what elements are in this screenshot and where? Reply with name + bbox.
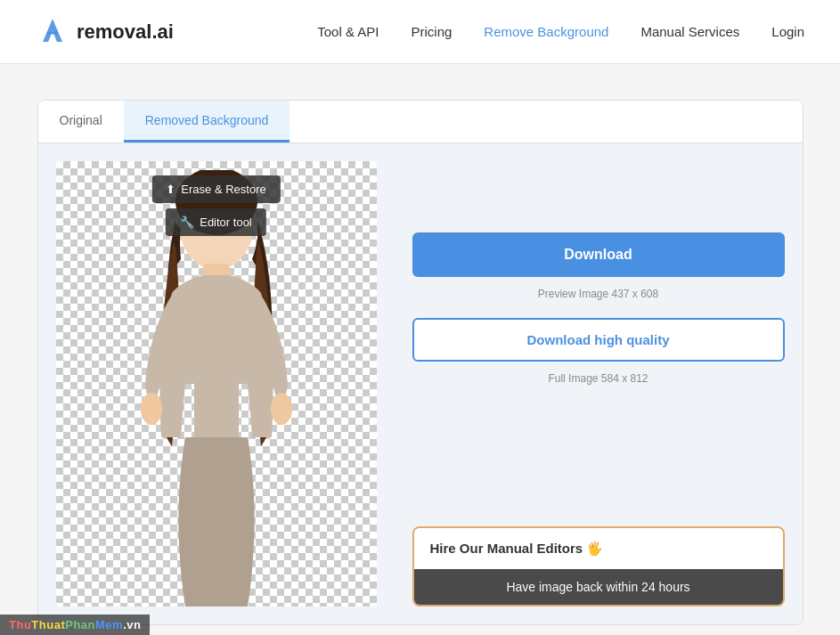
tabs: Original Removed Background	[38, 101, 803, 143]
wrench-icon: 🔧	[180, 216, 194, 229]
result-card: Original Removed Background	[37, 100, 803, 625]
main-content: Original Removed Background	[20, 100, 821, 625]
logo-icon	[36, 15, 69, 49]
watermark: ThuThuatPhanMem.vn	[0, 615, 150, 635]
right-panel: Download Preview Image 437 x 608 Downloa…	[412, 161, 785, 607]
watermark-thu: Thu	[9, 618, 31, 631]
download-button[interactable]: Download	[412, 232, 785, 277]
editor-tool-button[interactable]: 🔧 Editor tool	[166, 208, 266, 236]
manual-card-bottom: Have image back within 24 hours	[414, 569, 783, 605]
full-info: Full Image 584 x 812	[412, 372, 785, 385]
logo: removal.ai	[36, 15, 174, 49]
nav-remove-background[interactable]: Remove Background	[484, 24, 608, 39]
svg-point-4	[271, 393, 292, 425]
nav-tool-api[interactable]: Tool & API	[317, 24, 379, 39]
watermark-mem: Mem	[95, 618, 123, 631]
manual-hire-text: Hire Our Manual Editors 🖐	[430, 541, 604, 557]
watermark-phan: Phan	[65, 618, 95, 631]
watermark-vn: .vn	[123, 618, 141, 631]
header: removal.ai Tool & API Pricing Remove Bac…	[0, 0, 840, 64]
watermark-thuat: Thuat	[31, 618, 65, 631]
download-quality-button[interactable]: Download high quality	[412, 318, 785, 362]
tab-removed-background[interactable]: Removed Background	[124, 101, 290, 142]
svg-point-3	[141, 393, 162, 425]
toolbar: ⬆ Erase & Restore 🔧 Editor tool	[151, 175, 280, 236]
manual-card-top: Hire Our Manual Editors 🖐	[414, 528, 783, 569]
tab-original[interactable]: Original	[38, 101, 124, 142]
image-area: ⬆ Erase & Restore 🔧 Editor tool	[56, 161, 377, 607]
logo-text: removal.ai	[77, 20, 174, 44]
nav-login[interactable]: Login	[771, 24, 804, 39]
manual-services-card[interactable]: Hire Our Manual Editors 🖐 Have image bac…	[412, 526, 785, 607]
nav-manual-services[interactable]: Manual Services	[640, 24, 739, 39]
erase-icon: ⬆	[166, 183, 175, 196]
nav: Tool & API Pricing Remove Background Man…	[317, 24, 804, 39]
card-body: ⬆ Erase & Restore 🔧 Editor tool Download…	[38, 143, 803, 624]
nav-pricing[interactable]: Pricing	[411, 24, 452, 39]
erase-restore-button[interactable]: ⬆ Erase & Restore	[151, 175, 280, 203]
preview-info: Preview Image 437 x 608	[412, 288, 785, 300]
